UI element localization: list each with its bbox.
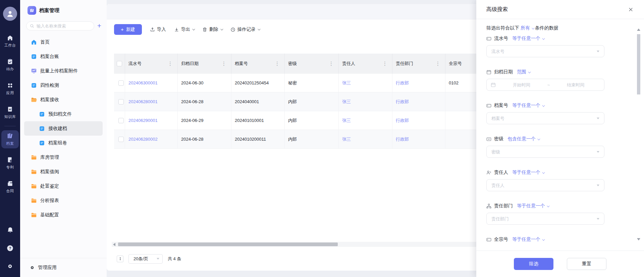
operator-select[interactable]: 包含任意一个 xyxy=(507,136,539,142)
rail-item-apps[interactable]: 应用 xyxy=(1,80,19,98)
new-button[interactable]: + 新建 xyxy=(114,24,142,35)
cell-dept: 行政部 xyxy=(392,130,445,149)
cell-file-no: 2024040001 xyxy=(231,92,285,111)
scroll-left-arrow-icon[interactable] xyxy=(113,243,115,246)
settings-button[interactable] xyxy=(7,263,13,270)
serial-filter-select[interactable] xyxy=(486,45,604,57)
menu-item-borrow[interactable]: 档案借阅 xyxy=(24,164,103,179)
search-input[interactable] xyxy=(37,24,91,28)
rail-item-todo[interactable]: 待办 xyxy=(1,56,19,74)
menu-item-archive-receive[interactable]: 档案接收 xyxy=(24,92,103,107)
row-checkbox[interactable] xyxy=(118,137,124,142)
serial-link[interactable]: 202406280001 xyxy=(128,99,158,104)
match-mode-select[interactable]: 所有 xyxy=(521,25,534,30)
row-checkbox[interactable] xyxy=(118,118,124,123)
menu-item-four-checks[interactable]: 四性检测 xyxy=(24,78,103,92)
rail-item-archive[interactable]: 档案 xyxy=(1,130,19,148)
row-height-button[interactable] xyxy=(117,256,123,262)
row-checkbox[interactable] xyxy=(118,80,124,86)
menu-item-pre-archive-files[interactable]: 预归档文件 xyxy=(24,107,103,121)
notifications-button[interactable] xyxy=(7,226,14,233)
menu-item-disposal[interactable]: 处置鉴定 xyxy=(24,179,103,193)
dept-link[interactable]: 行政部 xyxy=(396,99,409,105)
folder-open-icon xyxy=(31,97,37,103)
operator-select[interactable]: 等于任意一个 xyxy=(512,236,544,243)
column-menu-icon[interactable]: ⋮ xyxy=(274,61,280,67)
dept-link[interactable]: 行政部 xyxy=(396,80,409,86)
filter-button[interactable]: 筛选 xyxy=(514,258,553,270)
column-menu-icon[interactable]: ⋮ xyxy=(167,61,173,67)
column-header-file-no[interactable]: 档案号⋮ xyxy=(231,54,285,74)
menu-item-batch-upload[interactable]: 批量上传档案附件 xyxy=(24,64,103,78)
operator-select[interactable]: 等于任意一个 xyxy=(512,36,544,42)
close-button[interactable] xyxy=(627,6,635,13)
rail-item-knowledge-base[interactable]: AI 知识库 xyxy=(1,103,19,122)
column-menu-icon[interactable]: ⋮ xyxy=(221,61,227,67)
manage-apps-button[interactable]: 管理应用 xyxy=(20,258,107,277)
menu-item-receive-filing[interactable]: 接收建档 xyxy=(24,121,103,136)
scrollbar-thumb[interactable] xyxy=(118,243,338,246)
scroll-down-icon[interactable] xyxy=(637,238,640,240)
operator-select[interactable]: 等于任意一个 xyxy=(517,203,549,209)
menu-item-warehouse[interactable]: 库房管理 xyxy=(24,150,103,164)
reset-button[interactable]: 重置 xyxy=(567,258,606,270)
scroll-up-icon[interactable] xyxy=(637,28,640,31)
column-menu-icon[interactable]: ⋮ xyxy=(328,61,334,67)
import-button[interactable]: 导入 xyxy=(150,26,166,32)
export-button[interactable]: 导出 xyxy=(174,26,194,32)
delete-button[interactable]: 删除 xyxy=(202,26,222,32)
menu-item-archive-binding[interactable]: 档案组卷 xyxy=(24,136,103,150)
column-menu-icon[interactable]: ⋮ xyxy=(435,61,441,67)
cell-serial: 202406280001 xyxy=(125,92,178,111)
rail-item-patent[interactable]: 专利 xyxy=(1,154,19,172)
column-header-person[interactable]: 责任人⋮ xyxy=(339,54,392,74)
serial-link[interactable]: 202406280002 xyxy=(128,137,158,142)
start-date-input[interactable] xyxy=(497,82,546,87)
column-header-secrecy[interactable]: 密级⋮ xyxy=(285,54,339,74)
dept-filter-input[interactable] xyxy=(491,216,597,221)
select-all-checkbox[interactable] xyxy=(117,61,122,66)
file-no-filter-input[interactable] xyxy=(491,116,597,121)
secrecy-filter-select[interactable] xyxy=(486,146,604,158)
folder-icon xyxy=(31,169,37,175)
column-header-dept[interactable]: 责任部门⋮ xyxy=(392,54,445,74)
avatar[interactable] xyxy=(3,7,17,21)
operator-select[interactable]: 范围 xyxy=(517,69,530,75)
dept-link[interactable]: 行政部 xyxy=(396,136,409,142)
end-date-input[interactable] xyxy=(551,82,600,87)
menu-item-reports[interactable]: 分析报表 xyxy=(24,193,103,208)
person-filter-input[interactable] xyxy=(491,183,597,188)
person-link[interactable]: 张三 xyxy=(342,118,351,124)
filter-group-secrecy: 密级 包含任意一个 xyxy=(486,136,634,158)
person-link[interactable]: 张三 xyxy=(342,80,351,86)
row-checkbox[interactable] xyxy=(118,99,124,105)
serial-link[interactable]: 202406300001 xyxy=(128,80,158,85)
secrecy-filter-input[interactable] xyxy=(491,149,597,154)
sidebar-search[interactable] xyxy=(26,21,94,30)
serial-filter-input[interactable] xyxy=(491,49,597,54)
menu-item-home[interactable]: 首页 xyxy=(24,35,103,49)
rail-item-contract[interactable]: 合同 xyxy=(1,178,19,196)
menu-item-ledger[interactable]: 档案台账 xyxy=(24,49,103,64)
rail-item-workbench[interactable]: 工作台 xyxy=(1,32,19,50)
help-button[interactable]: ? xyxy=(6,245,14,252)
panel-scrollbar[interactable] xyxy=(637,28,641,240)
file-no-filter-select[interactable] xyxy=(486,112,604,124)
person-filter-select[interactable] xyxy=(486,179,604,191)
column-header-date[interactable]: 归档日期⋮ xyxy=(178,54,231,74)
dept-filter-select[interactable] xyxy=(486,213,604,225)
scrollbar-thumb[interactable] xyxy=(637,34,640,94)
date-range-input[interactable]: ~ xyxy=(486,79,604,91)
operation-log-button[interactable]: 操作记录 xyxy=(230,26,260,32)
menu-item-base-config[interactable]: 基础配置 xyxy=(24,208,103,222)
serial-link[interactable]: 202406290001 xyxy=(128,118,158,123)
column-header-serial[interactable]: 流水号⋮ xyxy=(125,54,178,74)
person-link[interactable]: 张三 xyxy=(342,99,351,105)
add-button[interactable]: + xyxy=(97,22,103,30)
person-link[interactable]: 张三 xyxy=(342,136,351,142)
operator-select[interactable]: 等于任意一个 xyxy=(512,169,544,176)
column-menu-icon[interactable]: ⋮ xyxy=(382,61,388,67)
dept-link[interactable]: 行政部 xyxy=(396,118,409,124)
operator-select[interactable]: 等于任意一个 xyxy=(512,102,544,109)
page-size-select[interactable]: 20条/页 xyxy=(128,254,163,264)
